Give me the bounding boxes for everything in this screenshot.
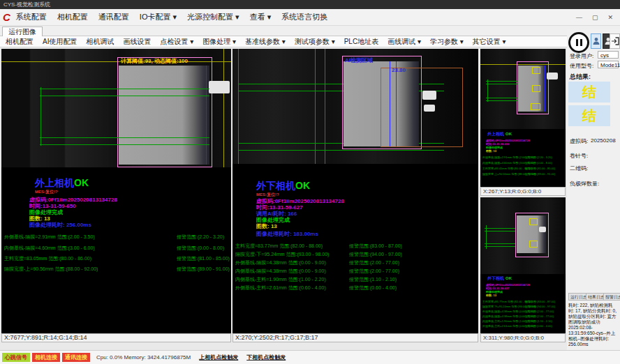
menu-light-config[interactable]: 光源控制配置 ▾ [187, 12, 239, 22]
ai-region-label: AI检测区域 [345, 56, 373, 64]
left-camera-scene: 计算阈值:93, 动态阈值:100 [1, 49, 231, 167]
toolbar: 相机配置 AI使用配置 相机调试 画线设置 点检设置 ▾ 图像处理 ▾ 基准线参… [0, 36, 620, 47]
thumb-alarm: 报警范围:(1.10 - 2.10) [525, 319, 552, 323]
green-measure-line [486, 84, 518, 84]
user-icon [593, 37, 600, 45]
green-measure-line [485, 231, 515, 232]
green-measure-line [40, 89, 209, 89]
green-measure-line [486, 100, 518, 101]
lower-camera-trigger-link[interactable]: 下相机点检触发 [246, 354, 286, 361]
roi-orange-box [381, 68, 463, 147]
close-icon[interactable]: ✕ [607, 14, 613, 21]
right-camera-view[interactable]: AI检测区域 23.80 外下相机OK MES:复位!? 虚拟码:0Ff1iim… [232, 49, 478, 333]
login-user-label: 登录用户: [570, 52, 593, 60]
tool-image-process[interactable]: 图像处理 ▾ [202, 37, 236, 47]
left-camera-view[interactable]: 计算阈值:93, 动态阈值:100 外上相机OK MES:复位!? 虚拟码:0F… [1, 49, 231, 333]
exit-button[interactable] [610, 33, 620, 49]
tool-spot-check-setting[interactable]: 点检设置 ▾ [160, 37, 193, 47]
tab-run-image[interactable]: 运行图像 [2, 26, 43, 37]
menu-language-switch[interactable]: 系统语言切换 [281, 12, 327, 22]
green-measure-line [315, 49, 316, 164]
thumb-alarm: 报警范围:(2.20 - 3.20) [525, 156, 552, 159]
upper-camera-trigger-link[interactable]: 上相机点检触发 [199, 354, 238, 361]
thumb2-scene [480, 197, 566, 274]
pause-icon [576, 39, 578, 46]
pin-number-label: 卷针号: [570, 152, 588, 160]
roi-box [532, 67, 540, 74]
right-frame-count: 图数: 13 [256, 222, 277, 230]
virtual-code-value: 20250208 [591, 137, 616, 144]
total-result-label: 总结果: [570, 73, 591, 82]
pause-button[interactable] [568, 32, 589, 53]
tab-row: 运行图像 [0, 26, 620, 36]
tool-other-settings[interactable]: 其它设置 ▾ [473, 37, 506, 47]
status-bar: 心跳信号 相机连接 通讯连接 Cpu: 0.0% Memory: 3424.41… [0, 350, 620, 364]
highlight-blob [424, 105, 435, 112]
title-bar: CYS-视觉检测系统 [0, 0, 620, 9]
cpu-memory-text: Cpu: 0.0% Memory: 3424.41796875M [96, 354, 191, 361]
login-user-field[interactable]: cys [598, 51, 619, 59]
tool-camera-debug[interactable]: 相机调试 [86, 37, 114, 47]
left-camera-name: 外上相机 [35, 177, 74, 188]
thumb-alarm: 报警范围:(0.00 - 8.00) [525, 161, 552, 165]
thumb2-frames: 图数: 13 [486, 294, 496, 297]
left-elapsed-text: 图像处理耗时: 256.00ms [29, 221, 91, 229]
thumb-alarm: 报警范围:(2.00 - 77.00) [525, 310, 554, 313]
measurement-row: 外侧基线-主料=2.61mm 范围:(0.60 - 4.00) [235, 285, 326, 291]
tool-learning-params[interactable]: 学习参数 ▾ [430, 37, 464, 47]
measurement-row: 内侧基线-主料=1.90mm 范围:(1.00 - 2.20) [235, 276, 326, 283]
app-window: CYS-视觉检测系统 C 系统配置 相机配置 通讯配置 IO卡配置 ▾ 光源控制… [0, 0, 620, 364]
alarm-range: 报警范围:(81.00 - 85.00) [177, 255, 230, 262]
menu-bar: C 系统配置 相机配置 通讯配置 IO卡配置 ▾ 光源控制配置 ▾ 查看 ▾ 系… [0, 9, 620, 26]
thumb-alarm: 报警范围:(2.00 - 77.00) [525, 314, 554, 318]
thumb2-pixel-coords-bar: X:311;Y:980;R:0;G:0;B:0 [480, 333, 566, 342]
log-tab-alarm[interactable]: 报警日志 [603, 293, 620, 301]
measurement-row: 外侧基线-隔膜=2.91mm 范围:(2.00 - 3.50) [4, 234, 95, 241]
blue-measure-line [396, 61, 397, 146]
measurement-row: 外侧基线-隔膜=4.38mm 范围:(0.00 - 9.00) [235, 259, 326, 266]
result-indicator-1: 结果 [568, 82, 610, 103]
right-camera-result-title: 外下相机OK [256, 180, 310, 192]
alarm-range: 报警范围:(2.20 - 3.20) [177, 234, 224, 241]
thumb1-ok-status: OK [505, 132, 512, 136]
green-measure-line [486, 98, 518, 98]
thumb-camera-view-1[interactable]: 外上相机 OK 虚拟码:0Ff1iim2025020813134728 时间:1… [480, 49, 566, 187]
log-text-area[interactable]: 耗时: 222, 缺陷检测耗时: 17, 缺陷分类耗时: 0, 缺陷提取分区耗时… [568, 303, 617, 349]
roi-box [529, 241, 538, 248]
minimize-icon[interactable]: — [576, 14, 582, 21]
pause-icon [580, 39, 582, 46]
model-field[interactable]: Mode11 [598, 61, 619, 68]
thumb1-pixel-coords-bar: X:267;Y:13;R:0;G:0;B:0 [480, 187, 566, 196]
menu-view[interactable]: 查看 ▾ [250, 12, 272, 22]
tool-test-item-params[interactable]: 测试项参数 ▾ [295, 37, 335, 47]
right-elapsed-text: 图像处理耗时: 183.00ms [256, 230, 318, 238]
model-label: 使用型号: [570, 62, 593, 70]
thumb-camera-view-2[interactable]: 外下相机 OK 虚拟码:0Ff1iim2025020813134728 时间:1… [480, 197, 566, 333]
menu-camera-config[interactable]: 相机配置 [57, 12, 88, 22]
tool-baseline-params[interactable]: 基准线参数 ▾ [245, 37, 286, 47]
green-measure-line [487, 79, 488, 102]
measurement-row: 主料宽度=83.77mm 范围:(82.00 - 88.00) [235, 243, 323, 250]
camera-connection-indicator: 相机连接 [32, 353, 60, 362]
tool-plc-address-table[interactable]: PLC地址表 [344, 37, 378, 47]
measurement-row: 内侧基线-隔膜=4.60mm 范围:(3.00 - 6.00) [4, 245, 95, 252]
menu-system-config[interactable]: 系统配置 [16, 12, 47, 22]
exit-door-icon [611, 37, 619, 45]
green-measure-line [486, 225, 487, 249]
menu-io-config[interactable]: IO卡配置 ▾ [140, 12, 177, 22]
tool-camera-config[interactable]: 相机配置 [6, 37, 34, 47]
tool-draw-line-setting[interactable]: 画线设置 [123, 37, 151, 47]
user-login-button[interactable] [591, 33, 601, 49]
right-camera-scene: AI检测区域 23.80 [232, 49, 478, 164]
highlight-blob [539, 227, 546, 232]
tool-line-debug[interactable]: 画线调试 ▾ [388, 37, 421, 47]
menu-comm-config[interactable]: 通讯配置 [98, 12, 129, 22]
thumb-alarm: 报警范围:(89.00 - 91.00) [525, 172, 555, 176]
maximize-icon[interactable]: ▢ [592, 14, 598, 21]
thumb1-pixel-coords: X:267;Y:13;R:0;G:0;B:0 [483, 188, 541, 195]
tool-ai-usage-config[interactable]: AI使用配置 [43, 37, 77, 47]
weld-count-label: 负极焊数量: [570, 180, 599, 188]
measurement-row: 隔膜宽度-下=95.24mm 范围:(93.00 - 98.00) [235, 251, 329, 258]
yellow-guide-line [223, 49, 224, 167]
alarm-range: 报警范围:(2.00 - 77.00) [349, 259, 399, 266]
